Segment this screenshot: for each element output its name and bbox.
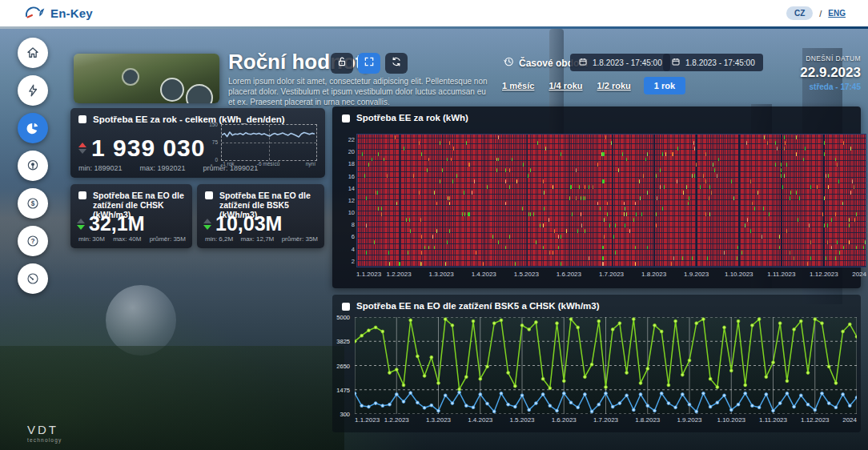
sidebar-item-finance[interactable]: $ <box>18 188 48 219</box>
heatmap-accent-cell <box>769 212 770 216</box>
heatmap-accent-cell <box>852 179 853 183</box>
heatmap-accent-cell <box>615 223 616 227</box>
linechart-x-tick: 1.6.2023 <box>552 416 577 424</box>
heatmap-accent-cell <box>733 196 734 200</box>
heatmap-accent-cell <box>636 212 637 216</box>
heatmap-accent-cell <box>374 240 375 244</box>
heatmap-accent-cell <box>420 262 421 266</box>
heatmap-accent-cell <box>856 246 857 250</box>
heatmap-accent-cell <box>384 158 384 162</box>
sidebar-item-tips[interactable] <box>18 151 48 181</box>
refresh-button[interactable] <box>385 53 408 74</box>
preset-1-year-active[interactable]: 1 rok <box>644 77 685 94</box>
heatmap-accent-cell <box>713 163 713 167</box>
heatmap-accent-cell <box>432 235 433 239</box>
kpi-card-total-consumption[interactable]: Spotřeba EE za rok - celkem (kWh_den/den… <box>70 108 325 178</box>
heatmap-y-tick: 10 <box>334 209 355 216</box>
heatmap-accent-cell <box>585 196 585 200</box>
fullscreen-icon <box>364 56 375 70</box>
card-handle-icon[interactable] <box>78 191 86 199</box>
heatmap-accent-cell <box>682 256 683 260</box>
heatmap-accent-cell <box>835 158 836 162</box>
heatmap-accent-cell <box>602 262 603 266</box>
heatmap-accent-cell <box>505 246 506 250</box>
chart-panel-yearly-heatmap[interactable]: Spotřeba EE za rok (kWh) 222018161412108… <box>332 106 861 288</box>
card-handle-icon[interactable] <box>205 191 213 199</box>
heatmap-accent-cell <box>865 240 866 244</box>
card-handle-icon[interactable] <box>78 115 86 123</box>
heatmap-accent-cell <box>837 240 838 244</box>
lang-cz-button[interactable]: CZ <box>786 6 813 20</box>
heatmap-accent-cell <box>589 185 589 189</box>
gauge-logo-icon <box>24 4 45 23</box>
heatmap-accent-cell <box>849 218 850 222</box>
heatmap-accent-cell <box>427 168 428 172</box>
heatmap-accent-cell <box>602 256 603 260</box>
sidebar-item-monitoring[interactable] <box>18 263 48 294</box>
heatmap-accent-cell <box>647 152 648 156</box>
heatmap-y-tick: 16 <box>334 173 355 180</box>
heatmap-accent-cell <box>496 168 497 172</box>
heatmap-accent-cell <box>540 223 540 227</box>
lock-icon <box>336 56 348 70</box>
preset-1-month[interactable]: 1 měsíc <box>500 78 536 94</box>
heatmap-accent-cell <box>618 168 619 172</box>
sidebar-item-home[interactable] <box>18 38 48 68</box>
date-range-to[interactable]: 1.8.2023 - 17:45:00 <box>663 54 763 71</box>
heatmap-accent-cell <box>505 168 506 172</box>
heatmap-accent-cell <box>536 240 536 244</box>
heatmap-accent-cell <box>626 212 627 216</box>
sidebar-item-help[interactable]: ? <box>18 226 48 256</box>
vdt-logo-text: VDT <box>27 423 62 436</box>
preset-quarter-year[interactable]: 1/4 roku <box>547 78 584 94</box>
plant-thumbnail <box>74 54 219 103</box>
heatmap-accent-cell <box>633 218 634 222</box>
heatmap-accent-cell <box>362 152 363 156</box>
question-icon: ? <box>26 234 40 248</box>
heatmap-accent-cell <box>798 218 798 222</box>
heatmap-accent-cell <box>561 262 561 266</box>
heatmap-accent-cell <box>717 174 717 178</box>
heatmap-accent-cell <box>516 179 517 183</box>
heatmap-y-tick: 12 <box>334 197 355 204</box>
preset-half-year[interactable]: 1/2 roku <box>596 78 633 94</box>
heatmap-month-divider <box>696 135 697 267</box>
heatmap-accent-cell <box>777 147 778 151</box>
sidebar-item-analytics[interactable] <box>18 113 48 143</box>
date-range-from[interactable]: 1.8.2023 - 17:45:00 <box>570 54 670 71</box>
lang-separator: / <box>819 9 822 18</box>
heatmap-accent-cell <box>449 202 450 206</box>
sidebar-item-energy[interactable] <box>18 75 48 106</box>
heatmap-accent-cell <box>677 179 677 183</box>
bulb-icon <box>26 159 40 173</box>
heatmap-accent-cell <box>709 185 710 189</box>
heatmap-y-tick: 18 <box>334 160 355 167</box>
heatmap-accent-cell <box>604 152 605 156</box>
heatmap-accent-cell <box>515 262 516 266</box>
heatmap-accent-cell <box>826 256 826 260</box>
heatmap-x-tick: 2024 <box>852 271 866 278</box>
today-weekday-time: středa - 17:45 <box>773 82 861 91</box>
kpi-card-bsk5[interactable]: Spotřeba EE na EO dle zatížení dle BSK5 … <box>197 184 324 248</box>
heatmap-month-divider <box>781 135 782 267</box>
heatmap-plot[interactable] <box>356 134 866 267</box>
heatmap-accent-cell <box>449 141 450 145</box>
brand-logo[interactable]: En-Key <box>24 4 93 23</box>
heatmap-accent-cell <box>436 229 437 233</box>
heatmap-accent-cell <box>447 158 448 162</box>
linechart-x-tick: 1.12.2023 <box>801 416 830 424</box>
chart-panel-bsk5-chsk[interactable]: Spotřeba EE na EO dle zatížení BSK5 a CH… <box>332 295 861 432</box>
kpi-card-chsk[interactable]: Spotřeba EE na EO dle zatížení dle CHSK … <box>70 184 192 248</box>
card-handle-icon[interactable] <box>342 303 350 311</box>
heatmap-accent-cell <box>366 196 367 200</box>
heatmap-month-divider <box>738 135 740 267</box>
fullscreen-button[interactable] <box>358 53 380 74</box>
heatmap-accent-cell <box>786 229 787 233</box>
heatmap-x-tick: 1.7.2023 <box>599 271 624 278</box>
card-handle-icon[interactable] <box>342 115 350 123</box>
heatmap-accent-cell <box>421 262 422 266</box>
heatmap-accent-cell <box>604 235 605 239</box>
lock-button[interactable] <box>331 53 353 74</box>
lang-eng-link[interactable]: ENG <box>828 9 846 18</box>
linechart-plot[interactable] <box>355 317 857 414</box>
